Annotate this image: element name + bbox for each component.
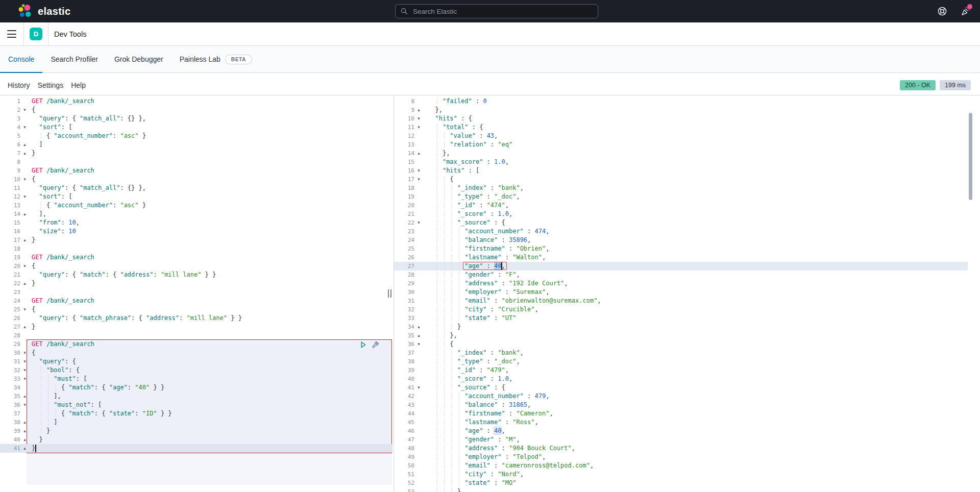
- code-line[interactable]: │ │ │ "_source" : {: [428, 218, 601, 227]
- code-line[interactable]: │ "bool": {: [32, 366, 242, 375]
- help-icon[interactable]: [937, 6, 947, 16]
- fold-toggle-icon[interactable]: ▴: [20, 210, 29, 218]
- code-line[interactable]: │ │ │ "_id" : "479",: [428, 366, 601, 375]
- code-line[interactable]: │ │ "value" : 43,: [428, 132, 601, 140]
- fold-toggle-icon[interactable]: ▾: [20, 349, 29, 357]
- code-line[interactable]: │ │ │ │ "state" : "MO": [428, 479, 601, 487]
- code-line[interactable]: [32, 158, 242, 166]
- code-line[interactable]: │ │ │ │ "firstname" : "Obrien",: [428, 244, 601, 253]
- fold-toggle-icon[interactable]: ▾: [20, 357, 29, 366]
- response-code[interactable]: │ "failed" : 0 }, "hits" : { │ "total" :…: [428, 97, 601, 492]
- fold-toggle-icon[interactable]: ▴: [414, 331, 423, 340]
- code-line[interactable]: │ │ │ │ "account_number" : 479,: [428, 392, 601, 401]
- code-line[interactable]: {: [32, 305, 242, 314]
- code-line[interactable]: [32, 244, 242, 253]
- code-line[interactable]: │ │ │ │ "email" : "cameronross@telpod.co…: [428, 461, 601, 470]
- code-line[interactable]: "hits" : {: [428, 114, 601, 123]
- fold-toggle-icon[interactable]: ▴: [414, 323, 423, 331]
- code-line[interactable]: │ │ │ │ "lastname" : "Ross",: [428, 418, 601, 427]
- code-line[interactable]: │ │ "relation" : "eq": [428, 140, 601, 149]
- code-line[interactable]: }: [32, 236, 242, 244]
- code-line[interactable]: │ │ "must_not": [: [32, 401, 242, 409]
- fold-toggle-icon[interactable]: ▾: [20, 401, 29, 409]
- code-line[interactable]: {: [32, 175, 242, 184]
- tab-painless-lab[interactable]: Painless LabBETA: [172, 46, 260, 72]
- code-line[interactable]: }: [32, 323, 242, 331]
- code-line[interactable]: │ │ │ │ "balance" : 35896,: [428, 236, 601, 244]
- fold-toggle-icon[interactable]: ▴: [20, 418, 29, 427]
- fold-toggle-icon[interactable]: ▾: [414, 340, 423, 349]
- fold-toggle-icon[interactable]: ▴: [20, 140, 29, 149]
- code-line[interactable]: │ │ │ "_source" : {: [428, 383, 601, 392]
- code-line[interactable]: │ │ │ │ "city" : "Nord",: [428, 470, 601, 479]
- news-feed-icon[interactable]: [961, 6, 971, 16]
- code-line[interactable]: │ │ │ │ "age" : 40,: [428, 427, 601, 435]
- fold-toggle-icon[interactable]: ▴: [20, 236, 29, 244]
- code-line[interactable]: ],: [32, 210, 242, 218]
- vertical-scrollbar-thumb[interactable]: [969, 113, 972, 200]
- code-line[interactable]: [32, 288, 242, 297]
- code-line[interactable]: │ │ │ }: [428, 323, 601, 331]
- code-line[interactable]: "sort": [: [32, 123, 242, 132]
- code-line[interactable]: │ │ │ "_type" : "_doc",: [428, 192, 601, 201]
- wrench-icon[interactable]: [372, 341, 379, 349]
- code-line[interactable]: │ │ │ "_score" : 1.0,: [428, 210, 601, 218]
- tab-grok-debugger[interactable]: Grok Debugger: [106, 46, 172, 72]
- code-line[interactable]: }: [32, 149, 242, 158]
- code-line[interactable]: │ { "account_number": "asc" }: [32, 132, 242, 140]
- code-line[interactable]: │ │ │ "_index" : "bank",: [428, 349, 601, 357]
- code-line[interactable]: GET /bank/_search: [32, 166, 242, 175]
- code-line[interactable]: │ │ │ │ "gender" : "M",: [428, 435, 601, 444]
- code-line[interactable]: │ │ │ │ "employer" : "Telpod",: [428, 453, 601, 461]
- code-line[interactable]: }: [32, 279, 242, 288]
- code-line[interactable]: │ │ │ │ "gender" : "F",: [428, 270, 601, 279]
- code-line[interactable]: {: [32, 106, 242, 114]
- code-line[interactable]: │ │ │ }: [428, 487, 601, 492]
- menu-icon[interactable]: [7, 30, 16, 38]
- code-line[interactable]: "query": { "match": { "address": "mill l…: [32, 270, 242, 279]
- code-line[interactable]: │ "total" : {: [428, 123, 601, 132]
- code-line[interactable]: │ │ ],: [32, 392, 242, 401]
- code-line[interactable]: │ │ │ │ "state" : "UT": [428, 314, 601, 323]
- code-line[interactable]: │ },: [428, 149, 601, 158]
- code-line[interactable]: │ │ │ "_id" : "474",: [428, 201, 601, 210]
- send-request-icon[interactable]: [359, 341, 367, 349]
- code-line[interactable]: │ }: [32, 427, 242, 435]
- fold-toggle-icon[interactable]: ▴: [20, 392, 29, 401]
- fold-toggle-icon[interactable]: ▾: [414, 114, 423, 123]
- code-line[interactable]: │ "max_score" : 1.0,: [428, 158, 601, 166]
- global-search[interactable]: [395, 4, 598, 18]
- fold-toggle-icon[interactable]: ▾: [414, 166, 423, 175]
- code-line[interactable]: │ │ },: [428, 331, 601, 340]
- fold-toggle-icon[interactable]: ▴: [20, 149, 29, 158]
- code-line[interactable]: │ │ │ │ "firstname" : "Cameron",: [428, 409, 601, 418]
- code-line[interactable]: │ │ │ "_score" : 1.0,: [428, 375, 601, 383]
- code-line[interactable]: │ │ │ │ "employer" : "Suremax",: [428, 288, 601, 297]
- elastic-logo[interactable]: elastic: [17, 0, 70, 22]
- fold-toggle-icon[interactable]: ▴: [20, 435, 29, 444]
- code-line[interactable]: "size": 10: [32, 227, 242, 236]
- code-line[interactable]: │ │ │ │ "address" : "192 Ide Court",: [428, 279, 601, 288]
- fold-toggle-icon[interactable]: ▾: [20, 375, 29, 383]
- code-line[interactable]: │ │ {: [428, 340, 601, 349]
- code-line[interactable]: [32, 331, 242, 340]
- code-line[interactable]: "from": 10,: [32, 218, 242, 227]
- code-line[interactable]: "query": { "match_phrase": { "address": …: [32, 314, 242, 323]
- request-editor-pane[interactable]: 12▾34▾56▴7▴8910▾1112▾1314▴151617▴181920▾…: [0, 95, 394, 492]
- code-line[interactable]: │ │ │ │ "lastname" : "Walton",: [428, 253, 601, 262]
- menu-history[interactable]: History: [8, 81, 30, 89]
- code-line[interactable]: │ │ "must": [: [32, 375, 242, 383]
- fold-toggle-icon[interactable]: ▾: [414, 175, 423, 184]
- code-line[interactable]: │ { "account_number": "asc" }: [32, 201, 242, 210]
- fold-toggle-icon[interactable]: ▾: [20, 175, 29, 184]
- fold-toggle-icon[interactable]: ▾: [414, 123, 423, 132]
- code-line[interactable]: "query": { "match_all": {} },: [32, 114, 242, 123]
- code-line[interactable]: │ │ │ { "match": { "state": "ID" } }: [32, 409, 242, 418]
- code-line[interactable]: }: [32, 435, 242, 444]
- code-line[interactable]: }: [32, 444, 242, 453]
- code-line[interactable]: │ │ │ "_type" : "_doc",: [428, 357, 601, 366]
- code-line[interactable]: GET /bank/_search: [32, 340, 242, 349]
- fold-toggle-icon[interactable]: ▴: [414, 149, 423, 158]
- code-line[interactable]: "query": {: [32, 357, 242, 366]
- code-line[interactable]: "query": { "match_all": {} },: [32, 184, 242, 192]
